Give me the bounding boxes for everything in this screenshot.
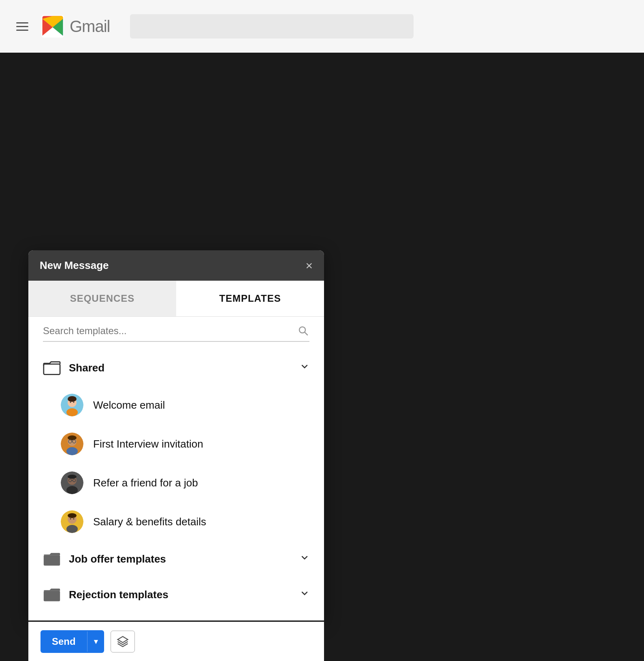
template-refer-name: Refer a friend for a job [93, 477, 198, 489]
folder-rejection-name: Rejection templates [69, 589, 292, 601]
folder-job-offer[interactable]: Job offer templates [28, 541, 324, 577]
template-list: Shared [28, 342, 324, 620]
avatar-refer [61, 471, 83, 494]
folder-shared[interactable]: Shared [28, 350, 324, 386]
svg-point-24 [68, 475, 77, 479]
folder-rejection-icon [43, 586, 61, 603]
svg-rect-36 [44, 591, 60, 601]
gmail-header: Gmail [0, 0, 644, 53]
gmail-logo: Gmail [41, 14, 110, 38]
gmail-search-bar[interactable] [130, 14, 414, 38]
svg-marker-37 [117, 637, 128, 643]
tab-sequences[interactable]: SEQUENCES [28, 281, 176, 316]
template-welcome[interactable]: Welcome email [28, 386, 324, 424]
search-container [28, 317, 324, 342]
avatar-salary [61, 510, 83, 533]
compose-header: New Message × [28, 250, 324, 281]
avatar-welcome [61, 394, 83, 416]
svg-point-13 [70, 402, 71, 403]
folder-job-offer-chevron [300, 553, 309, 565]
gmail-wordmark: Gmail [70, 17, 110, 36]
template-salary[interactable]: Salary & benefits details [28, 502, 324, 541]
svg-point-21 [66, 447, 78, 455]
close-button[interactable]: × [305, 260, 313, 272]
template-salary-name: Salary & benefits details [93, 516, 206, 528]
search-icon [297, 325, 309, 337]
compose-window: New Message × SEQUENCES TEMPLATES [28, 250, 324, 620]
avatar-interview [61, 433, 83, 455]
svg-point-14 [73, 402, 75, 403]
svg-line-7 [305, 332, 307, 335]
folder-shared-name: Shared [69, 362, 292, 374]
layers-icon [117, 635, 129, 648]
folder-shared-icon [43, 359, 61, 377]
svg-point-11 [68, 396, 77, 402]
send-button[interactable]: Send ▾ [41, 630, 104, 653]
svg-point-17 [68, 435, 77, 440]
svg-point-32 [66, 525, 78, 533]
folder-shared-chevron [300, 362, 309, 374]
template-welcome-name: Welcome email [93, 399, 165, 412]
send-dropdown-arrow[interactable]: ▾ [87, 631, 104, 652]
template-interview-name: First Interview invitation [93, 438, 203, 450]
tab-templates[interactable]: TEMPLATES [176, 281, 324, 316]
template-refer[interactable]: Refer a friend for a job [28, 463, 324, 502]
folder-rejection[interactable]: Rejection templates [28, 577, 324, 612]
gmail-m-icon [41, 14, 65, 38]
svg-point-28 [66, 486, 78, 494]
template-interview[interactable]: First Interview invitation [28, 424, 324, 463]
send-area: Send ▾ [28, 622, 324, 661]
hamburger-menu[interactable] [16, 22, 28, 31]
svg-point-12 [66, 408, 78, 416]
svg-point-33 [70, 518, 71, 520]
folder-job-offer-name: Job offer templates [69, 553, 292, 565]
search-input[interactable] [43, 325, 291, 337]
compose-title: New Message [40, 259, 109, 272]
main-area: New Message × SEQUENCES TEMPLATES [0, 53, 644, 661]
search-area [43, 325, 309, 342]
send-label: Send [41, 630, 87, 653]
svg-point-34 [73, 518, 75, 520]
svg-rect-8 [44, 364, 60, 375]
tabs-container: SEQUENCES TEMPLATES [28, 281, 324, 317]
folder-job-offer-icon [43, 550, 61, 568]
svg-rect-35 [44, 555, 60, 566]
layers-button[interactable] [111, 631, 135, 652]
svg-point-31 [68, 513, 77, 518]
folder-rejection-chevron [300, 589, 309, 601]
